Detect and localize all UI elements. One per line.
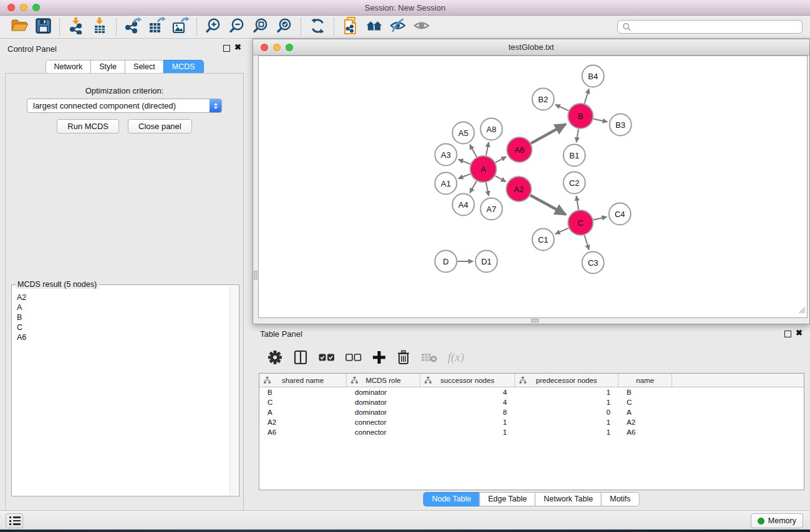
close-window-button[interactable]	[7, 4, 15, 11]
minimize-window-button[interactable]	[20, 4, 27, 11]
zoom-fit-button[interactable]	[249, 17, 272, 37]
deselect-all-button[interactable]	[345, 353, 362, 362]
float-panel-icon[interactable]	[784, 331, 791, 337]
memory-button[interactable]: Memory	[751, 513, 803, 528]
table-cell: B	[619, 389, 672, 396]
close-panel-icon[interactable]: ✖	[234, 42, 241, 52]
graph-edge-C-C1[interactable]	[556, 228, 569, 235]
column-header-successor-nodes[interactable]: successor nodes	[420, 374, 515, 387]
toolbar-separator	[334, 18, 334, 36]
table-panel: Table Panel ✖	[253, 324, 810, 510]
graph-edge-A-A7[interactable]	[486, 183, 488, 196]
hide-selected-button[interactable]	[386, 17, 410, 37]
tab-edge-table[interactable]: Edge Table	[480, 492, 536, 506]
column-header-predecessor-nodes[interactable]: predecessor nodes	[515, 374, 619, 387]
import-network-icon	[67, 17, 85, 37]
table-cell: A2	[259, 418, 347, 426]
network-from-file-button[interactable]	[339, 17, 362, 37]
graph-edge-A-A2[interactable]	[495, 176, 506, 181]
export-table-button[interactable]	[145, 17, 168, 37]
zoom-in-button[interactable]	[201, 17, 225, 37]
zoom-window-button[interactable]	[32, 4, 40, 11]
column-header-name[interactable]: name	[619, 374, 672, 387]
graph-node-label: A	[481, 165, 486, 174]
graph-node-label: C1	[538, 235, 549, 244]
tab-motifs[interactable]: Motifs	[601, 492, 639, 506]
graph-edge-A2-C[interactable]	[530, 195, 566, 215]
export-network-button[interactable]	[121, 17, 145, 37]
graph-edge-A-A5[interactable]	[470, 145, 476, 157]
result-scrollbar[interactable]	[229, 286, 238, 495]
graph-edge-A-A3[interactable]	[458, 160, 470, 164]
graph-edge-A-A4[interactable]	[470, 181, 477, 193]
graph-edge-B-B2[interactable]	[556, 105, 569, 111]
toolbar-separator	[301, 18, 301, 36]
houses-icon	[365, 17, 383, 36]
network-canvas[interactable]: B4B2BB3A8A5A6A3B1AA1C2A2A4A7C4CC1C3DD1	[258, 56, 808, 318]
table-row[interactable]: A6connector11A6	[259, 427, 804, 437]
close-panel-icon[interactable]: ✖	[796, 328, 803, 337]
result-item[interactable]: B	[17, 312, 224, 322]
table-cell: B	[259, 389, 347, 396]
import-network-button[interactable]	[64, 17, 88, 37]
horizontal-scrollbar-thumb[interactable]	[531, 319, 539, 322]
run-mcds-button[interactable]: Run MCDS	[57, 119, 119, 133]
show-all-button[interactable]	[410, 17, 433, 37]
column-header-MCDS-role[interactable]: MCDS role	[347, 374, 420, 387]
result-item[interactable]: C	[17, 322, 224, 332]
open-session-button[interactable]	[7, 17, 31, 37]
graph-edge-B-B3[interactable]	[594, 118, 607, 122]
result-item[interactable]: A2	[17, 293, 224, 302]
zoom-selected-button[interactable]	[272, 17, 296, 37]
add-column-button[interactable]	[372, 351, 386, 364]
panel-menu-button[interactable]	[6, 513, 23, 528]
network-close-button[interactable]	[261, 44, 268, 51]
split-panel-button[interactable]	[293, 350, 308, 365]
houses-icon-button[interactable]	[362, 17, 386, 37]
tab-mcds[interactable]: MCDS	[163, 60, 204, 74]
graph-edge-A-A1[interactable]	[458, 174, 470, 178]
toolbar-separator	[116, 18, 117, 36]
resize-grip[interactable]	[798, 305, 806, 316]
org-chart-icon	[351, 377, 358, 385]
search-input[interactable]	[617, 20, 803, 34]
select-all-button[interactable]	[319, 353, 335, 362]
graph-edge-C-C2[interactable]	[576, 196, 578, 210]
column-header-shared-name[interactable]: shared name	[259, 374, 347, 387]
close-panel-button[interactable]: Close panel	[128, 119, 192, 133]
refresh-button[interactable]	[306, 17, 329, 37]
tab-style[interactable]: Style	[90, 60, 125, 74]
table-row[interactable]: A2connector11A2	[259, 417, 804, 427]
graph-edge-C-C3[interactable]	[584, 235, 589, 249]
table-cell: A2	[619, 418, 672, 426]
import-table-button[interactable]	[88, 17, 112, 37]
table-row[interactable]: Cdominator41C	[259, 397, 804, 407]
delete-column-button[interactable]	[397, 350, 410, 365]
control-panel-title: Control Panel	[7, 44, 57, 54]
graph-edge-B-B4[interactable]	[584, 89, 589, 104]
table-row[interactable]: Adominator80A	[259, 407, 804, 417]
float-panel-icon[interactable]	[223, 45, 230, 52]
network-window-titlebar: testGlobe.txt	[253, 39, 809, 56]
network-minimize-button[interactable]	[273, 44, 281, 51]
graph-edge-A-A8[interactable]	[486, 142, 488, 155]
tab-network[interactable]: Network	[45, 60, 91, 74]
export-image-button[interactable]	[168, 17, 192, 37]
table-cell: 1	[515, 399, 619, 406]
graph-edge-A-A6[interactable]	[495, 157, 506, 162]
vertical-scrollbar-thumb[interactable]	[254, 271, 258, 279]
tab-node-table[interactable]: Node Table	[423, 492, 480, 506]
table-row[interactable]: Bdominator41B	[259, 387, 804, 397]
criterion-select[interactable]: largest connected component (directed)	[27, 99, 222, 113]
zoom-out-button[interactable]	[225, 17, 249, 37]
settings-gear-button[interactable]	[268, 350, 282, 365]
result-item[interactable]: A6	[17, 332, 224, 342]
graph-edge-C-C4[interactable]	[593, 217, 607, 220]
network-zoom-button[interactable]	[286, 44, 293, 51]
graph-edge-A6-B[interactable]	[531, 124, 566, 143]
tab-network-table[interactable]: Network Table	[535, 492, 602, 506]
result-item[interactable]: A	[17, 302, 224, 312]
save-session-button[interactable]	[31, 17, 55, 37]
graph-edge-B-B1[interactable]	[576, 129, 578, 142]
tab-select[interactable]: Select	[125, 60, 164, 74]
